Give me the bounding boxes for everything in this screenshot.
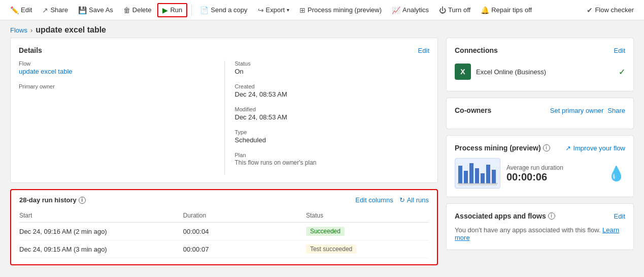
run-icon: ▶ xyxy=(162,6,168,14)
breadcrumb-separator: › xyxy=(30,26,32,34)
share-button[interactable]: ↗ Share xyxy=(38,4,72,16)
process-mining-icon: ⊞ xyxy=(299,6,306,14)
process-mining-title: Process mining (preview) xyxy=(455,144,541,152)
improve-icon: ↗ xyxy=(565,144,571,152)
run-status-cell: Test succeeded xyxy=(306,240,429,258)
process-mining-content: Average run duration 00:00:06 💧 xyxy=(455,158,625,189)
process-mining-stats: Average run duration 00:00:06 xyxy=(506,164,601,183)
breadcrumb-current: update excel table xyxy=(36,25,106,35)
plan-label: Plan xyxy=(235,152,430,158)
details-grid: Flow update excel table Primary owner St… xyxy=(19,60,429,174)
analytics-button[interactable]: 📈 Analytics xyxy=(388,4,433,16)
main-layout: Details Edit Flow update excel table Pri… xyxy=(0,38,644,275)
turn-off-icon: ⏻ xyxy=(439,6,446,14)
edit-columns-button[interactable]: Edit columns xyxy=(355,196,393,204)
toolbar: ✏️ Edit ↗ Share 💾 Save As 🗑 Delete ▶ Run… xyxy=(0,0,644,20)
run-history-actions: Edit columns ↻ All runs xyxy=(355,196,429,204)
flow-label: Flow xyxy=(19,60,214,67)
associated-apps-card: Associated apps and flows i Edit You don… xyxy=(446,203,634,250)
run-status-cell: Succeeded xyxy=(306,223,429,240)
associated-apps-info-icon[interactable]: i xyxy=(548,212,555,220)
breadcrumb: Flows › update excel table xyxy=(0,20,644,38)
details-edit-button[interactable]: Edit xyxy=(418,47,429,54)
export-button[interactable]: ↪ Export ▾ xyxy=(254,4,294,16)
connections-card: Connections Edit X Excel Online (Busines… xyxy=(446,38,634,91)
details-left: Flow update excel table Primary owner xyxy=(19,60,224,174)
flow-checker-icon: ✔ xyxy=(587,6,593,14)
run-duration-cell: 00:00:04 xyxy=(183,223,306,240)
flow-value[interactable]: update excel table xyxy=(19,68,214,75)
details-header: Details Edit xyxy=(19,46,429,54)
run-table-row[interactable]: Dec 24, 09:16 AM (2 min ago) 00:00:04 Su… xyxy=(19,223,429,240)
send-copy-button[interactable]: 📄 Send a copy xyxy=(196,4,251,16)
edit-button[interactable]: ✏️ Edit xyxy=(6,4,36,16)
status-value: On xyxy=(235,68,430,75)
excel-icon: X xyxy=(455,64,471,80)
run-table-header-row: Start Duration Status xyxy=(19,209,429,223)
status-detail: Status On xyxy=(235,60,430,75)
co-owners-actions: Set primary owner Share xyxy=(550,107,625,114)
svg-rect-0 xyxy=(458,166,462,183)
share-icon: ↗ xyxy=(42,6,48,14)
co-owners-title: Co-owners xyxy=(455,106,491,114)
col-header-start: Start xyxy=(19,209,183,223)
left-column: Details Edit Flow update excel table Pri… xyxy=(10,38,438,265)
connections-edit-button[interactable]: Edit xyxy=(614,47,625,54)
plan-value: This flow runs on owner's plan xyxy=(235,159,430,166)
run-table-row[interactable]: Dec 24, 09:15 AM (3 min ago) 00:00:07 Te… xyxy=(19,240,429,258)
run-status-badge: Test succeeded xyxy=(306,244,356,254)
type-detail: Type Scheduled xyxy=(235,129,430,144)
modified-detail: Modified Dec 24, 08:53 AM xyxy=(235,106,430,121)
associated-apps-empty-text: You don't have any apps associated with … xyxy=(455,226,625,241)
toolbar-separator-1 xyxy=(191,5,192,15)
save-as-button[interactable]: 💾 Save As xyxy=(74,4,117,16)
flow-checker-button[interactable]: ✔ Flow checker xyxy=(583,4,638,16)
connections-header: Connections Edit xyxy=(455,46,625,54)
associated-apps-header: Associated apps and flows i Edit xyxy=(455,212,625,220)
modified-value: Dec 24, 08:53 AM xyxy=(235,113,430,121)
breadcrumb-flows-link[interactable]: Flows xyxy=(10,26,27,34)
turn-off-button[interactable]: ⏻ Turn off xyxy=(435,4,474,16)
run-history-table: Start Duration Status Dec 24, 09:16 AM (… xyxy=(19,209,429,258)
connections-title: Connections xyxy=(455,46,498,54)
process-mining-card: Process mining (preview) i ↗ Improve you… xyxy=(446,135,634,197)
run-history-body: Dec 24, 09:16 AM (2 min ago) 00:00:04 Su… xyxy=(19,223,429,258)
run-status-badge: Succeeded xyxy=(306,227,345,236)
improve-flow-link[interactable]: ↗ Improve your flow xyxy=(565,144,625,152)
col-header-status: Status xyxy=(306,209,429,223)
status-label: Status xyxy=(235,60,430,67)
svg-rect-8 xyxy=(458,184,497,186)
set-primary-owner-button[interactable]: Set primary owner xyxy=(550,107,603,114)
svg-rect-3 xyxy=(475,168,479,183)
svg-rect-4 xyxy=(481,173,485,183)
run-history-title: 28-day run history i xyxy=(19,196,86,204)
co-owners-share-button[interactable]: Share xyxy=(607,107,625,114)
associated-apps-title: Associated apps and flows xyxy=(455,212,546,220)
svg-rect-2 xyxy=(469,163,473,183)
run-history-info-icon[interactable]: i xyxy=(79,197,86,204)
connection-item-excel: X Excel Online (Business) ✓ xyxy=(455,60,625,83)
run-history-header: 28-day run history i Edit columns ↻ All … xyxy=(19,196,429,204)
svg-rect-1 xyxy=(464,171,468,183)
svg-rect-5 xyxy=(486,165,490,183)
process-mining-button[interactable]: ⊞ Process mining (preview) xyxy=(295,4,386,16)
details-card: Details Edit Flow update excel table Pri… xyxy=(10,38,438,183)
run-duration-cell: 00:00:07 xyxy=(183,240,306,258)
delete-button[interactable]: 🗑 Delete xyxy=(119,4,156,16)
primary-owner-label: Primary owner xyxy=(19,83,214,89)
type-label: Type xyxy=(235,129,430,135)
all-runs-button[interactable]: ↻ All runs xyxy=(399,196,429,204)
co-owners-card: Co-owners Set primary owner Share xyxy=(446,98,634,129)
associated-apps-edit-button[interactable]: Edit xyxy=(614,212,625,220)
flow-detail: Flow update excel table xyxy=(19,60,214,75)
connection-check-icon: ✓ xyxy=(619,67,625,77)
save-icon: 💾 xyxy=(78,6,87,14)
run-button[interactable]: ▶ Run xyxy=(157,3,187,17)
process-mining-info-icon[interactable]: i xyxy=(543,144,550,151)
avg-duration-value: 00:00:06 xyxy=(506,171,601,183)
process-mining-chart xyxy=(457,161,498,186)
details-title: Details xyxy=(19,46,42,54)
process-mining-header: Process mining (preview) i ↗ Improve you… xyxy=(455,144,625,152)
created-detail: Created Dec 24, 08:53 AM xyxy=(235,83,430,98)
repair-tips-button[interactable]: 🔔 Repair tips off xyxy=(477,4,536,16)
